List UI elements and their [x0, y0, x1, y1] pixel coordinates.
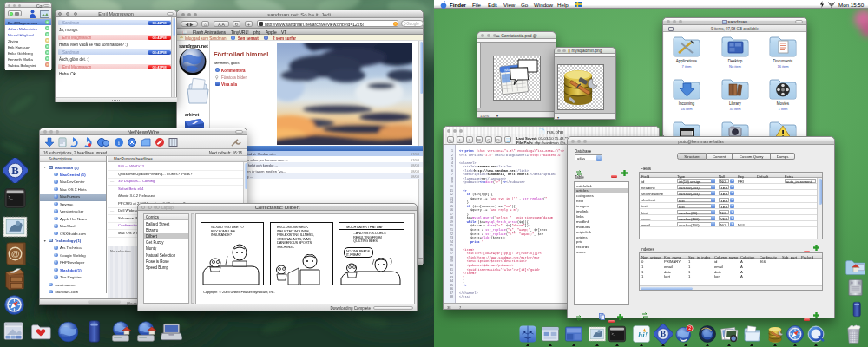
svg-text:hi!: hi! — [638, 331, 648, 339]
svg-text:B: B — [11, 165, 19, 177]
svg-text:@: @ — [11, 249, 20, 259]
svg-text:B: B — [661, 330, 667, 338]
svg-text:i: i — [118, 140, 120, 147]
svg-text:2: 2 — [688, 325, 691, 331]
svg-text:>_: >_ — [8, 195, 13, 200]
